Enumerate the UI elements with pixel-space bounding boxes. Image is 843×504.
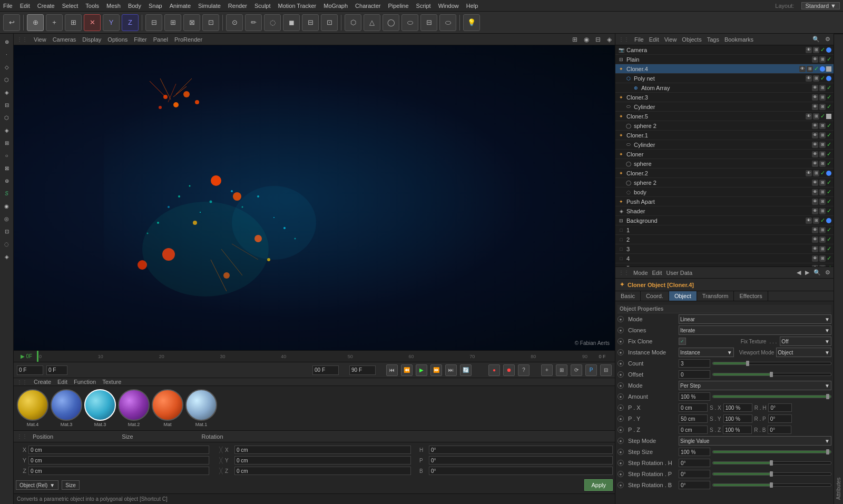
coord-size-z-input[interactable] — [234, 467, 411, 475]
menu-mograph[interactable]: MoGraph — [324, 3, 348, 9]
coord-size-x-input[interactable] — [234, 446, 411, 454]
left-tool-magnet[interactable]: ◉ — [1, 200, 13, 212]
obj-eye-cloner[interactable]: 👁 — [812, 151, 818, 157]
obj-tab-edit[interactable]: Edit — [649, 36, 659, 43]
obj-vis-cloner1[interactable]: ⊞ — [819, 132, 826, 139]
obj-tab-tags[interactable]: Tags — [707, 36, 719, 43]
obj-row-null4[interactable]: □ 4 👁 ⊞ ✓ — [615, 254, 834, 263]
start-frame-input[interactable] — [46, 365, 67, 375]
obj-row-shader[interactable]: ◈ Shader 👁 ⊞ ✓ — [615, 206, 834, 216]
obj-tab-view[interactable]: View — [664, 36, 677, 43]
prop-slider-count[interactable] — [712, 362, 831, 365]
menu-help[interactable]: Help — [466, 3, 478, 9]
obj-row-plain[interactable]: ⊟ Plain 👁 ⊞ ✓ — [615, 55, 834, 64]
obj-vis-plain[interactable]: ⊞ — [819, 56, 826, 63]
left-tool-select[interactable]: ◌ — [1, 238, 13, 250]
obj-check-atomarray[interactable]: ✓ — [827, 84, 831, 91]
obj-vis-sphere2a[interactable]: ⊞ — [819, 123, 826, 129]
obj-vis-cylinder2[interactable]: ⊞ — [819, 142, 826, 148]
move-tool-button[interactable]: ⊙ — [226, 14, 243, 31]
viewport-icon-3[interactable]: ⊟ — [595, 36, 601, 43]
menu-pipeline[interactable]: Pipeline — [388, 3, 408, 9]
menu-tools[interactable]: Tools — [85, 3, 99, 9]
coord-h-input[interactable] — [429, 446, 613, 454]
render-settings-button[interactable]: ⊡ — [202, 14, 219, 31]
props-search[interactable]: 🔍 — [813, 269, 821, 276]
obj-vis-null4[interactable]: ⊞ — [819, 255, 826, 262]
obj-check-body[interactable]: ✓ — [827, 189, 831, 195]
menu-edit[interactable]: Edit — [20, 3, 30, 9]
obj-tab-bookmarks[interactable]: Bookmarks — [724, 36, 753, 43]
obj-check-sphere[interactable]: ✓ — [827, 160, 831, 167]
obj-row-cloner2[interactable]: ✦ Cloner.2 👁 ⊞ ✓ — [615, 169, 834, 178]
obj-vis-atomarray[interactable]: ⊞ — [819, 85, 826, 91]
render-queue-button[interactable]: ⊠ — [183, 14, 200, 31]
obj-check-null4[interactable]: ✓ — [827, 255, 831, 262]
render-region-button[interactable]: ⊟ — [145, 14, 162, 31]
obj-row-null2[interactable]: □ 2 👁 ⊞ ✓ — [615, 235, 834, 244]
prop-input-stepsize[interactable] — [679, 448, 710, 456]
add-keyframe-button[interactable]: + — [541, 364, 553, 376]
viewport-tab-view[interactable]: View — [34, 36, 46, 43]
goto-start-button[interactable]: ⏮ — [386, 364, 398, 376]
prop-input-amount[interactable] — [679, 392, 710, 401]
prop-slider-handle-steprot-b[interactable] — [770, 482, 773, 488]
obj-row-cylinder2[interactable]: ⬭ Cylinder 👁 ⊞ ✓ — [615, 140, 834, 150]
prop-slider-handle-offset[interactable] — [770, 372, 773, 377]
left-tool-extrude[interactable]: ⬡ — [1, 112, 13, 123]
menu-file[interactable]: File — [3, 3, 13, 9]
left-tool-edges[interactable]: ◇ — [1, 61, 13, 73]
obj-eye-null2[interactable]: 👁 — [812, 236, 818, 243]
obj-row-cloner4[interactable]: ✦ Cloner.4 👁 ⊞ ✓ — [615, 64, 834, 74]
step-forward-button[interactable]: ⏩ — [430, 364, 442, 376]
prop-input-offset[interactable] — [679, 370, 710, 379]
apply-button[interactable]: Apply — [584, 479, 613, 491]
obj-vis-cloner2[interactable]: ⊞ — [813, 170, 819, 176]
record-button[interactable]: ● — [488, 364, 500, 376]
obj-check-null2[interactable]: ✓ — [827, 236, 831, 243]
keyframe-menu-button[interactable]: ⊞ — [556, 364, 567, 376]
obj-eye-cloner5[interactable]: 👁 — [806, 113, 812, 120]
obj-row-cloner[interactable]: ✦ Cloner 👁 ⊞ ✓ — [615, 150, 834, 159]
left-tool-brush[interactable]: ⊡ — [1, 225, 13, 237]
obj-eye-sphere2a[interactable]: 👁 — [812, 123, 818, 129]
obj-check-sphere2a[interactable]: ✓ — [827, 122, 831, 129]
obj-vis-null3[interactable]: ⊞ — [819, 246, 826, 252]
obj-vis-null2[interactable]: ⊞ — [819, 236, 826, 243]
obj-vis-sphere2b[interactable]: ⊞ — [819, 180, 826, 186]
props-tab-transform[interactable]: Transform — [697, 291, 734, 301]
obj-check-plain[interactable]: ✓ — [827, 56, 831, 63]
prop-input-steprot-p[interactable] — [679, 470, 710, 478]
obj-row-atomarray[interactable]: ⊛ Atom Array 👁 ⊞ ✓ — [615, 83, 834, 93]
keyframe-settings-button[interactable]: ⟳ — [571, 364, 582, 376]
obj-eye-pushapart[interactable]: 👁 — [812, 199, 818, 205]
prop-slider-stepsize[interactable] — [712, 450, 831, 453]
obj-eye-sphere2b[interactable]: 👁 — [812, 180, 818, 186]
props-nav-forward[interactable]: ▶ — [805, 269, 809, 276]
viewport-tab-cameras[interactable]: Cameras — [53, 36, 76, 43]
mat-tab-edit[interactable]: Edit — [57, 379, 67, 385]
left-tool-s[interactable]: S — [1, 187, 13, 199]
obj-row-cloner3[interactable]: ✦ Cloner.3 👁 ⊞ ✓ — [615, 93, 834, 102]
mode-z-button[interactable]: Z — [122, 14, 139, 31]
viewport-3d[interactable]: © Fabian Aerts — [14, 45, 615, 350]
mat-tab-texture[interactable]: Texture — [102, 379, 121, 385]
goto-end-button[interactable]: ⏭ — [445, 364, 457, 376]
obj-eye-body[interactable]: 👁 — [812, 189, 818, 195]
coord-b-input[interactable] — [429, 467, 613, 475]
prop-input-steprot-h[interactable] — [679, 459, 710, 467]
obj-row-pushapart[interactable]: ✦ Push Apart 👁 ⊞ ✓ — [615, 197, 834, 206]
prop-input-py[interactable] — [679, 414, 708, 423]
obj-check-cloner2[interactable]: ✓ — [820, 170, 825, 176]
auto-key-button[interactable]: ⏺ — [503, 364, 515, 376]
obj-eye-cloner1[interactable]: 👁 — [812, 132, 818, 139]
viewport-tab-panel[interactable]: Panel — [153, 36, 168, 43]
left-tool-poly[interactable]: ⬡ — [1, 74, 13, 85]
prop-dropdown-stepmode[interactable]: Single Value ▼ — [679, 436, 831, 446]
coord-x-input[interactable] — [28, 446, 209, 454]
mode-texture-button[interactable]: ⊞ — [65, 14, 82, 31]
obj-check-cloner3[interactable]: ✓ — [827, 94, 831, 101]
prop-slider-steprot-p[interactable] — [712, 472, 831, 476]
prop-slider-steprot-h[interactable] — [712, 461, 831, 465]
menu-script[interactable]: Script — [416, 3, 431, 9]
